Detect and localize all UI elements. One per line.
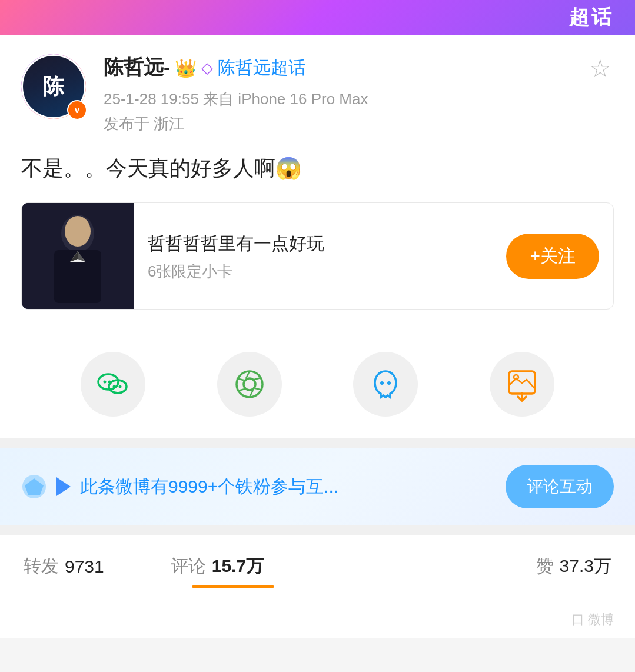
stats-row: 转发 9731 评论 15.7万 赞 37.3万	[0, 535, 635, 578]
comment-value: 15.7万	[212, 554, 264, 578]
embed-subtitle: 6张限定小卡	[148, 261, 492, 282]
embed-card[interactable]: 哲哲哲哲里有一点好玩 6张限定小卡 +关注	[21, 202, 614, 310]
svg-point-24	[514, 375, 518, 380]
comment-label: 评论	[171, 554, 206, 578]
repost-value: 9731	[65, 557, 104, 577]
iron-fan-left: 此条微博有9999+个铁粉参与互...	[21, 474, 506, 500]
comment-stat[interactable]: 评论 15.7万	[171, 554, 465, 578]
header-info: 陈哲远- 👑 ◇ 陈哲远超话 25-1-28 19:55 来自 iPhone 1…	[104, 54, 587, 136]
vip-label: v	[75, 105, 80, 115]
divider-1	[0, 438, 635, 448]
post-text: 不是。。今天真的好多人啊😱	[21, 150, 614, 186]
post-header: 陈 v 陈哲远- 👑 ◇ 陈哲远超话 25-1-28 19:55 来自 iPho…	[21, 54, 614, 136]
avatar-initials: 陈	[43, 72, 64, 101]
divider-2	[0, 525, 635, 535]
user-name[interactable]: 陈哲远-	[104, 54, 170, 81]
meta-time-device: 25-1-28 19:55 来自 iPhone 16 Pro Max	[104, 87, 587, 112]
interact-button[interactable]: 评论互动	[506, 465, 614, 508]
diamond-icon: ◇	[201, 59, 213, 77]
save-circle	[490, 352, 554, 417]
aperture-icon	[232, 367, 267, 402]
share-wechat[interactable]	[81, 352, 145, 417]
like-label: 赞	[536, 554, 554, 578]
watermark-area: 口 微博	[0, 600, 635, 638]
watermark-text: 口 微博	[571, 612, 614, 627]
svg-point-3	[65, 216, 91, 247]
svg-point-9	[103, 381, 106, 384]
blue-diamond-icon	[21, 474, 47, 500]
like-value: 37.3万	[560, 554, 611, 578]
camera-circle	[217, 352, 282, 417]
wechat-circle	[81, 352, 145, 417]
vip-badge: v	[67, 100, 87, 120]
svg-point-14	[244, 378, 255, 390]
name-row: 陈哲远- 👑 ◇ 陈哲远超话	[104, 54, 587, 81]
stats-bottom	[0, 578, 635, 600]
svg-line-16	[254, 378, 261, 380]
svg-point-12	[118, 385, 121, 388]
svg-point-21	[380, 381, 384, 385]
wechat-icon	[95, 367, 131, 402]
avatar-wrap: 陈 v	[21, 54, 92, 125]
top-banner-text: 超话	[569, 4, 614, 31]
share-qq[interactable]	[353, 352, 418, 417]
main-card: 陈 v 陈哲远- 👑 ◇ 陈哲远超话 25-1-28 19:55 来自 iPho…	[0, 35, 635, 438]
svg-point-13	[237, 371, 262, 397]
embed-thumbnail	[22, 203, 134, 309]
embed-title: 哲哲哲哲里有一点好玩	[148, 230, 492, 257]
share-save[interactable]	[490, 352, 554, 417]
save-image-icon	[504, 367, 540, 402]
svg-line-19	[238, 389, 245, 391]
svg-point-10	[108, 381, 111, 384]
qq-icon	[368, 367, 403, 402]
follow-button[interactable]: +关注	[506, 234, 599, 279]
repost-stat: 转发 9731	[24, 554, 171, 578]
like-stat: 赞 37.3万	[464, 554, 611, 578]
super-topic-link[interactable]: 陈哲远超话	[218, 56, 306, 80]
iron-fan-text: 此条微博有9999+个铁粉参与互...	[80, 475, 506, 499]
svg-point-11	[112, 385, 115, 388]
top-banner: 超话	[0, 0, 635, 35]
qq-circle	[353, 352, 418, 417]
repost-label: 转发	[24, 554, 59, 578]
svg-point-22	[387, 381, 391, 385]
active-tab-underline	[192, 585, 274, 588]
bookmark-button[interactable]: ☆	[587, 54, 614, 84]
blue-arrow-icon	[56, 477, 71, 496]
share-camera[interactable]	[217, 352, 282, 417]
embed-info: 哲哲哲哲里有一点好玩 6张限定小卡	[134, 203, 506, 309]
meta-info: 25-1-28 19:55 来自 iPhone 16 Pro Max 发布于 浙…	[104, 87, 587, 136]
share-row	[21, 331, 614, 438]
iron-fan-banner: 此条微博有9999+个铁粉参与互... 评论互动	[0, 448, 635, 525]
crown-icon: 👑	[175, 58, 197, 78]
meta-location: 发布于 浙江	[104, 112, 587, 137]
embed-thumbnail-image	[22, 203, 134, 309]
